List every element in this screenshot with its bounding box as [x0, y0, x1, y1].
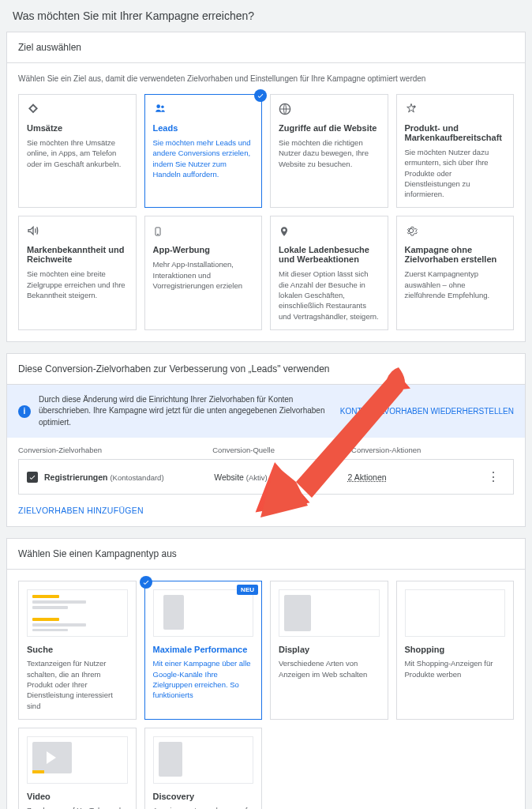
- page-title: Was möchten Sie mit Ihrer Kampagne errei…: [0, 0, 532, 32]
- goal-desc: Sie möchten die richtigen Nutzer dazu be…: [279, 137, 380, 169]
- goal-card-app-werbung[interactable]: App-Werbung Mehr App-Installationen, Int…: [144, 216, 263, 329]
- conv-col-2: Conversion-Quelle: [212, 446, 351, 454]
- goal-desc: Sie möchten Ihre Umsätze online, in Apps…: [27, 137, 128, 169]
- info-text: Durch diese Änderung wird die Einrichtun…: [39, 394, 332, 429]
- type-desc: Mit Shopping-Anzeigen für Produkte werbe…: [405, 658, 506, 679]
- type-title: Video: [27, 792, 128, 801]
- type-card-shopping[interactable]: Shopping Mit Shopping-Anzeigen für Produ…: [396, 581, 515, 719]
- goal-title: Produkt- und Markenkaufbereitschaft: [405, 123, 506, 142]
- restore-link[interactable]: KONTOZIELVORHABEN WIEDERHERSTELLEN: [340, 407, 514, 416]
- goal-desc: Sie möchten eine breite Zielgruppe errei…: [27, 269, 128, 300]
- goal-icon: [27, 103, 128, 117]
- svg-point-4: [157, 234, 158, 235]
- type-title: Suche: [27, 645, 128, 654]
- type-thumb: [405, 589, 506, 637]
- goal-subtext: Wählen Sie ein Ziel aus, damit die verwe…: [18, 74, 514, 83]
- type-card-discovery[interactable]: Discovery Anzeigen unter anderem auf You…: [144, 728, 263, 809]
- goal-card-lokale-ladenbesuche-und-werbeaktionen[interactable]: Lokale Ladenbesuche und Werbeaktionen Mi…: [270, 216, 388, 329]
- goal-icon: [405, 103, 506, 117]
- goal-title: App-Werbung: [153, 245, 254, 254]
- goal-card-kampagne-ohne-zielvorhaben-erstellen[interactable]: Kampagne ohne Zielvorhaben erstellen Zue…: [396, 216, 515, 329]
- checkbox-icon[interactable]: [27, 472, 38, 483]
- conv-row-source: Website: [214, 472, 244, 482]
- type-desc: Verschiedene Arten von Anzeigen im Web s…: [279, 658, 380, 679]
- goal-icon: [279, 103, 380, 117]
- goal-icon: [27, 224, 128, 239]
- type-thumb: [153, 589, 254, 637]
- type-card-maximale-performance[interactable]: NEU Maximale Performance Mit einer Kampa…: [144, 581, 263, 719]
- neu-badge: NEU: [237, 585, 258, 595]
- info-icon: i: [18, 405, 31, 418]
- type-title: Maximale Performance: [153, 645, 254, 654]
- goal-title: Umsätze: [27, 123, 128, 133]
- conv-row-sub: (Kontostandard): [110, 473, 163, 482]
- goal-title: Markenbekanntheit und Reichweite: [27, 245, 128, 264]
- goal-desc: Mehr App-Installationen, Interaktionen u…: [153, 259, 254, 291]
- conversion-panel: Diese Conversion-Zielvorhaben zur Verbes…: [6, 353, 526, 528]
- goal-icon: [279, 224, 380, 239]
- goal-panel: Ziel auswählen Wählen Sie ein Ziel aus, …: [6, 32, 526, 342]
- type-desc: Textanzeigen für Nutzer schalten, die an…: [27, 658, 128, 710]
- add-goal-link[interactable]: ZIELVORHABEN HINZUFÜGEN: [7, 495, 525, 526]
- type-title: Shopping: [405, 645, 506, 654]
- conv-row-source-sub: (Aktiv): [246, 473, 268, 482]
- goal-icon: [153, 224, 254, 239]
- type-thumb: [27, 589, 128, 637]
- conv-col-3: Conversion-Aktionen: [351, 446, 490, 454]
- conv-row: Registrierungen (Kontostandard) Website …: [19, 460, 513, 494]
- goal-desc: Zuerst Kampagnentyp auswählen – ohne zie…: [405, 269, 506, 300]
- more-menu-icon[interactable]: ⋮: [481, 469, 505, 484]
- type-title: Discovery: [153, 792, 254, 801]
- type-thumb: [27, 736, 128, 784]
- type-card-video[interactable]: Video Zuschauer auf YouTube und im Web e…: [18, 728, 137, 809]
- goal-title: Leads: [153, 123, 254, 133]
- type-thumb: [153, 736, 254, 784]
- type-title: Display: [279, 645, 380, 654]
- goal-desc: Mit dieser Option lässt sich die Anzahl …: [279, 269, 380, 321]
- goal-desc: Sie möchten Nutzer dazu ermuntern, sich …: [405, 147, 506, 199]
- goal-desc: Sie möchten mehr Leads und andere Conver…: [153, 137, 254, 179]
- type-desc: Mit einer Kampagne über alle Google-Kanä…: [153, 658, 254, 700]
- conversion-panel-header: Diese Conversion-Zielvorhaben zur Verbes…: [7, 354, 525, 385]
- type-card-suche[interactable]: Suche Textanzeigen für Nutzer schalten, …: [18, 581, 137, 719]
- selected-check-icon: [254, 89, 267, 102]
- goal-card-markenbekanntheit-und-reichweite[interactable]: Markenbekanntheit und Reichweite Sie möc…: [18, 216, 137, 329]
- goal-icon: [153, 103, 254, 117]
- goal-panel-header: Ziel auswählen: [7, 32, 525, 63]
- conv-row-name: Registrierungen: [44, 472, 108, 482]
- type-card-display[interactable]: Display Verschiedene Arten von Anzeigen …: [270, 581, 388, 719]
- type-panel-header: Wählen Sie einen Kampagnentyp aus: [7, 539, 525, 570]
- type-desc: Zuschauer auf YouTube und im Web erreich…: [27, 805, 128, 809]
- type-desc: Anzeigen unter anderem auf YouTube, in G…: [153, 805, 254, 809]
- goal-card-zugriffe-auf-die-website[interactable]: Zugriffe auf die Website Sie möchten die…: [270, 94, 388, 208]
- conv-col-1: Conversion-Zielvorhaben: [18, 446, 212, 454]
- conv-row-actions[interactable]: 2 Aktionen: [348, 472, 481, 482]
- info-bar: i Durch diese Änderung wird die Einricht…: [7, 385, 525, 438]
- type-panel: Wählen Sie einen Kampagnentyp aus Suche …: [6, 538, 526, 809]
- goal-card-ums-tze[interactable]: Umsätze Sie möchten Ihre Umsätze online,…: [18, 94, 137, 208]
- svg-point-1: [161, 106, 164, 109]
- goal-title: Kampagne ohne Zielvorhaben erstellen: [405, 245, 506, 264]
- goal-card-leads[interactable]: Leads Sie möchten mehr Leads und andere …: [144, 94, 263, 208]
- type-thumb: [279, 589, 380, 637]
- goal-title: Zugriffe auf die Website: [279, 123, 380, 133]
- goal-card-produkt-und-markenkaufbereitschaft[interactable]: Produkt- und Markenkaufbereitschaft Sie …: [396, 94, 515, 208]
- svg-point-0: [156, 104, 160, 108]
- conv-table-header: Conversion-Zielvorhaben Conversion-Quell…: [7, 438, 525, 459]
- selected-check-icon: [140, 576, 152, 589]
- goal-icon: [405, 224, 506, 239]
- goal-title: Lokale Ladenbesuche und Werbeaktionen: [279, 245, 380, 264]
- how-it-works-link[interactable]: So funktionierts: [153, 680, 239, 699]
